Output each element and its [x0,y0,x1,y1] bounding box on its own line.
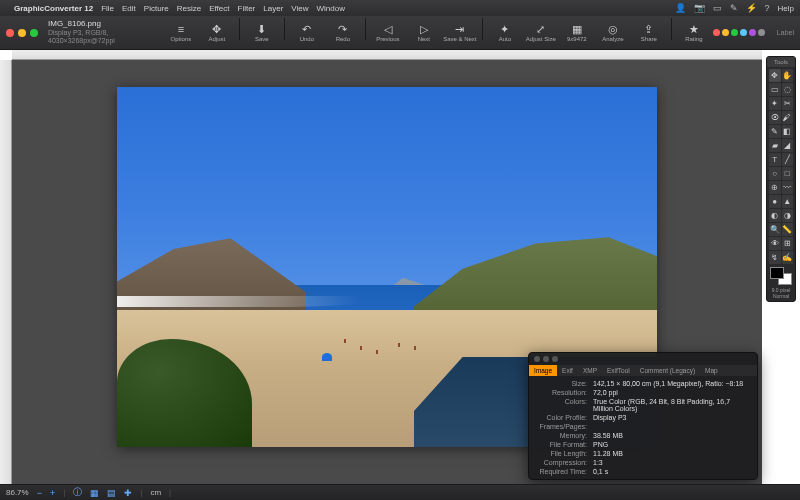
tab-comment[interactable]: Comment (Legacy) [635,365,700,376]
label-red[interactable] [713,29,720,36]
foreground-color-swatch[interactable] [770,267,784,279]
share-button[interactable]: ⇪Share [632,18,666,48]
close-button[interactable] [6,29,14,37]
menu-picture[interactable]: Picture [144,4,169,13]
menu-view[interactable]: View [291,4,308,13]
menu-resize[interactable]: Resize [177,4,201,13]
pencil-tool[interactable]: ✎ [769,125,781,138]
label-yellow[interactable] [722,29,729,36]
eraser-tool[interactable]: ◧ [782,125,794,138]
stamp-tool[interactable]: ⊕ [769,181,781,194]
edit-icon[interactable]: ✎ [730,3,738,13]
zoom-tool[interactable]: 🔍 [769,223,781,236]
rating-button[interactable]: ★Rating [677,18,711,48]
tools-palette-header[interactable]: Tools [767,57,795,67]
info-rows: Size:142,15 × 80,00 cm (9,1 Megapixel), … [529,376,757,479]
tab-image[interactable]: Image [529,365,557,376]
brush-tool[interactable]: 🖌 [782,111,794,124]
grid-button[interactable]: ▦9x9472 [560,18,594,48]
tab-exiftool[interactable]: ExifTool [602,365,635,376]
minimize-button[interactable] [18,29,26,37]
info-panel[interactable]: Image Exif XMP ExifTool Comment (Legacy)… [528,352,758,480]
eyedropper-tool[interactable]: ⦿ [769,111,781,124]
info-toggle-icon[interactable]: ⓘ [73,486,82,499]
color-swatches[interactable] [770,267,792,285]
redo-button[interactable]: ↷Redo [326,18,360,48]
app-name[interactable]: GraphicConverter 12 [14,4,93,13]
folder-icon[interactable]: ▭ [713,3,722,13]
measure-tool[interactable]: 📏 [782,223,794,236]
tab-exif[interactable]: Exif [557,365,578,376]
zoom-level[interactable]: 86.7% [6,488,29,497]
menu-window[interactable]: Window [317,4,345,13]
analyze-button[interactable]: ◎Analyze [596,18,630,48]
info-key-format: File Format: [535,441,593,448]
options-button[interactable]: ≡Options [164,18,198,48]
status-bar: 86.7% − + | ⓘ ▦ ▤ ✚ | cm | [0,484,800,500]
wand-tool[interactable]: ✦ [769,97,781,110]
label-gray[interactable] [758,29,765,36]
save-button[interactable]: ⬇Save [245,18,279,48]
next-icon: ▷ [420,24,428,35]
bolt-icon[interactable]: ⚡ [746,3,757,13]
burn-tool[interactable]: ◑ [782,209,794,222]
blend-mode-label[interactable]: Normal [772,293,791,299]
menu-file[interactable]: File [101,4,114,13]
zoom-out-icon[interactable]: − [37,488,42,498]
hand-tool[interactable]: ✋ [782,69,794,82]
info-close-button[interactable] [534,356,540,362]
marquee-tool[interactable]: ▭ [769,83,781,96]
ruler-toggle-icon[interactable]: ▤ [107,488,116,498]
menu-edit[interactable]: Edit [122,4,136,13]
tools-palette[interactable]: Tools ✥ ✋ ▭ ◌ ✦ ✂ ⦿ 🖌 ✎ ◧ ▰ ◢ T ╱ ○ □ ⊕ … [766,56,796,302]
lasso-tool[interactable]: ◌ [782,83,794,96]
sharpen-tool[interactable]: ▲ [782,195,794,208]
save-next-button[interactable]: ⇥Save & Next [443,18,477,48]
undo-button[interactable]: ↶Undo [290,18,324,48]
note-tool[interactable]: ✍ [782,251,794,264]
dodge-tool[interactable]: ◐ [769,209,781,222]
horizontal-ruler[interactable] [12,50,762,60]
line-tool[interactable]: ╱ [782,153,794,166]
grid-toggle-icon[interactable]: ▦ [90,488,99,498]
move-tool[interactable]: ✥ [769,69,781,82]
prev-icon: ◁ [384,24,392,35]
info-max-button[interactable] [552,356,558,362]
fill-tool[interactable]: ▰ [769,139,781,152]
adjust-size-button[interactable]: ⤢Adjust Size [524,18,558,48]
smudge-tool[interactable]: 〰 [782,181,794,194]
clone-tool[interactable]: ⊞ [782,237,794,250]
tab-xmp[interactable]: XMP [578,365,602,376]
shape-tool[interactable]: ○ [769,167,781,180]
gradient-tool[interactable]: ◢ [782,139,794,152]
user-icon[interactable]: 👤 [675,3,686,13]
label-green[interactable] [731,29,738,36]
menu-help[interactable]: Help [778,4,794,13]
redeye-tool[interactable]: 👁 [769,237,781,250]
unit-selector[interactable]: cm [150,488,161,497]
crosshair-icon[interactable]: ✚ [124,488,132,498]
help-icon[interactable]: ? [765,3,770,13]
label-blue[interactable] [740,29,747,36]
next-button[interactable]: ▷Next [407,18,441,48]
path-tool[interactable]: ↯ [769,251,781,264]
rect-tool[interactable]: □ [782,167,794,180]
text-tool[interactable]: T [769,153,781,166]
tab-map[interactable]: Map [700,365,723,376]
zoom-in-icon[interactable]: + [50,488,55,498]
menu-layer[interactable]: Layer [263,4,283,13]
camera-icon[interactable]: 📷 [694,3,705,13]
menu-effect[interactable]: Effect [209,4,229,13]
vertical-ruler[interactable] [0,60,12,484]
label-colors [713,29,765,36]
auto-button[interactable]: ✦Auto [488,18,522,48]
adjust-button[interactable]: ✥Adjust [200,18,234,48]
maximize-button[interactable] [30,29,38,37]
menu-filter[interactable]: Filter [238,4,256,13]
label-purple[interactable] [749,29,756,36]
info-min-button[interactable] [543,356,549,362]
redo-icon: ↷ [338,24,347,35]
previous-button[interactable]: ◁Previous [371,18,405,48]
crop-tool[interactable]: ✂ [782,97,794,110]
blur-tool[interactable]: ● [769,195,781,208]
